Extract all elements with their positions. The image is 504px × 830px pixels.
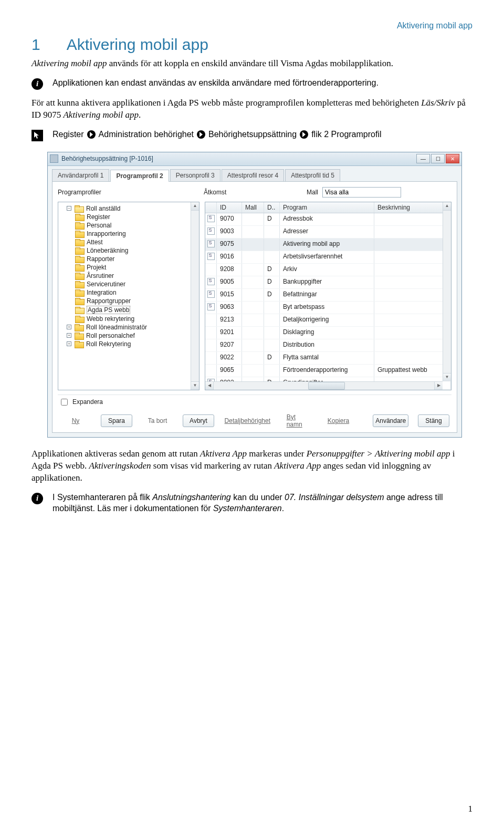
p3-c: markeras under xyxy=(247,449,307,459)
tree-toggle-icon[interactable]: − xyxy=(67,206,71,211)
cursor-icon xyxy=(32,130,43,141)
tree-item[interactable]: Register xyxy=(59,213,198,221)
scroll-thumb[interactable] xyxy=(308,382,345,390)
tree[interactable]: −Roll anställdRegisterPersonalInrapporte… xyxy=(58,202,199,365)
table-row[interactable]: 9063Byt arbetspass xyxy=(205,302,451,314)
table-row[interactable]: 9070DAdressbok xyxy=(205,213,451,226)
breadcrumb-a: Register xyxy=(52,129,84,140)
table-row[interactable]: 9213Detaljkorrigering xyxy=(205,314,451,327)
col-lock[interactable] xyxy=(205,202,217,213)
grid-vscrollbar[interactable]: ▲ ▼ xyxy=(443,202,451,381)
tree-item[interactable]: Integration xyxy=(59,288,198,297)
info-note-1: i Applikationen kan endast användas av e… xyxy=(32,77,472,90)
anvandare-button[interactable]: Användare xyxy=(373,414,408,427)
scroll-right-icon[interactable]: ▶ xyxy=(434,382,443,390)
label-atkomst: Åtkomst xyxy=(204,189,267,196)
ny-button[interactable]: Ny xyxy=(60,414,91,427)
tree-item[interactable]: Projekt xyxy=(59,263,198,272)
tree-item[interactable]: −Roll anställd xyxy=(59,204,198,213)
grid-body[interactable]: 9070DAdressbok9003Adresser9075Aktivering… xyxy=(205,213,451,390)
scroll-up-icon[interactable]: ▲ xyxy=(191,202,199,211)
tab-anvandarprofil[interactable]: Användarprofil 1 xyxy=(52,169,109,181)
cell-id: 9201 xyxy=(217,327,242,339)
paragraph-2: För att kunna aktivera applikationen i A… xyxy=(32,97,472,121)
table-row[interactable]: 9207Distribution xyxy=(205,339,451,352)
cell-mall xyxy=(242,365,264,377)
cell-mall xyxy=(242,264,264,276)
scroll-down-icon[interactable]: ▼ xyxy=(443,373,451,381)
table-row[interactable]: 9065FörtroenderapporteringGruppattest we… xyxy=(205,365,451,377)
window-controls: — ☐ ✕ xyxy=(416,154,459,163)
cell-d: D xyxy=(264,276,280,288)
tree-toggle-icon[interactable]: + xyxy=(67,333,71,338)
scroll-up-icon[interactable]: ▲ xyxy=(443,202,451,211)
tree-item[interactable]: Rapporter xyxy=(59,255,198,263)
tree-item[interactable]: Attest xyxy=(59,238,198,246)
tab-personprofil[interactable]: Personprofil 3 xyxy=(170,169,220,181)
tabort-button[interactable]: Ta bort xyxy=(142,414,173,427)
lock-s-icon xyxy=(207,303,215,310)
cell-beskrivning xyxy=(374,251,451,263)
tree-item[interactable]: Rapportgrupper xyxy=(59,297,198,305)
tree-item-label: Rapportgrupper xyxy=(87,297,131,305)
col-id[interactable]: ID xyxy=(217,202,242,213)
col-d[interactable]: D.. xyxy=(264,202,280,213)
tree-item[interactable]: +Roll personalchef xyxy=(59,331,198,340)
minimize-button[interactable]: — xyxy=(416,154,430,163)
col-program[interactable]: Program xyxy=(280,202,374,213)
table-row[interactable]: 9005DBankuppgifter xyxy=(205,276,451,289)
folder-icon xyxy=(75,341,83,347)
scroll-down-icon[interactable]: ▼ xyxy=(191,381,199,390)
grid-hscrollbar[interactable]: ◀ ▶ xyxy=(205,381,443,390)
table-row[interactable]: 9201Disklagring xyxy=(205,327,451,339)
table-row[interactable]: 9075Aktivering mobil app xyxy=(205,238,451,251)
cell-beskrivning xyxy=(374,213,451,225)
scroll-left-icon[interactable]: ◀ xyxy=(205,382,214,390)
tree-item[interactable]: Inrapportering xyxy=(59,230,198,238)
tree-scrollbar[interactable]: ▲ ▼ xyxy=(191,202,199,390)
tree-item-label: Roll löneadministratör xyxy=(86,324,147,331)
tree-item[interactable]: Personal xyxy=(59,221,198,230)
lock-empty-icon xyxy=(207,366,215,374)
tree-item[interactable]: Löneberäkning xyxy=(59,246,198,255)
mall-filter-dropdown[interactable] xyxy=(322,187,401,198)
cell-program: Bankuppgifter xyxy=(280,276,374,288)
table-row[interactable]: 9208DArkiv xyxy=(205,264,451,276)
cell-d xyxy=(264,302,280,314)
lock-empty-icon xyxy=(207,341,215,348)
tree-toggle-icon[interactable]: + xyxy=(67,325,71,329)
table-row[interactable]: 9022DFlytta samtal xyxy=(205,352,451,365)
row-lock-cell xyxy=(205,352,217,364)
tree-toggle-icon[interactable]: + xyxy=(67,341,71,346)
tree-item[interactable]: Webb rekrytering xyxy=(59,315,198,323)
detaljbehorighet-button[interactable]: Detaljbehörighet xyxy=(224,414,271,427)
tab-attestprofil-tid[interactable]: Attestprofil tid 5 xyxy=(285,169,340,181)
cell-program: Arkiv xyxy=(280,264,374,276)
folder-icon xyxy=(75,214,83,220)
folder-icon xyxy=(75,247,83,254)
table-row[interactable]: 9016Arbetslivserfarennhet xyxy=(205,251,451,264)
tab-programprofil[interactable]: Programprofil 2 xyxy=(110,170,169,182)
close-button[interactable]: ✕ xyxy=(446,154,459,163)
tree-item[interactable]: +Roll löneadministratör xyxy=(59,323,198,331)
tab-attestprofil-resor[interactable]: Attestprofil resor 4 xyxy=(222,169,284,181)
spara-button[interactable]: Spara xyxy=(101,414,132,427)
expandera-checkbox[interactable] xyxy=(61,399,68,406)
i2-a: I Systemhanteraren på flik xyxy=(52,493,152,502)
col-mall[interactable]: Mall xyxy=(242,202,264,213)
table-row[interactable]: 9015DBefattningar xyxy=(205,289,451,302)
col-beskrivning[interactable]: Beskrivning xyxy=(374,202,451,213)
tree-item-label: Attest xyxy=(87,238,103,246)
bytnamn-button[interactable]: Byt namn xyxy=(281,414,313,427)
avbryt-button[interactable]: Avbryt xyxy=(183,414,214,427)
stang-button[interactable]: Stäng xyxy=(418,414,449,427)
tree-item[interactable]: Agda PS webb xyxy=(59,305,198,315)
tree-item[interactable]: +Roll Rekrytering xyxy=(59,340,198,348)
kopiera-button[interactable]: Kopiera xyxy=(322,414,354,427)
table-row[interactable]: 9003Adresser xyxy=(205,226,451,238)
tree-item[interactable]: Servicerutiner xyxy=(59,280,198,288)
titlebar[interactable]: Behörighetsuppsättning [P-1016] — ☐ ✕ xyxy=(48,152,461,166)
tree-item[interactable]: Årsrutiner xyxy=(59,272,198,280)
maximize-button[interactable]: ☐ xyxy=(431,154,445,163)
i2-b: Anslutningshantering xyxy=(152,493,230,502)
